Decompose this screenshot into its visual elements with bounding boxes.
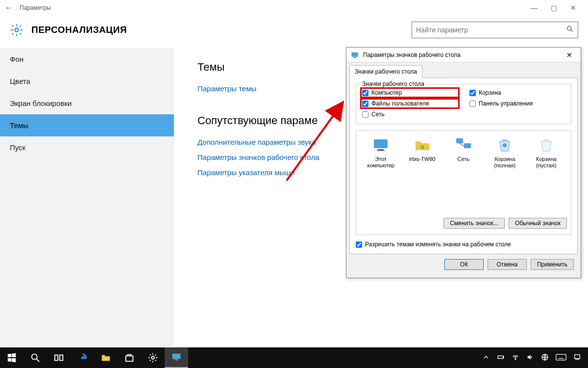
- svg-rect-21: [175, 360, 178, 361]
- folder-icon: [100, 352, 111, 363]
- taskbar: [0, 347, 588, 368]
- back-arrow-icon[interactable]: ←: [5, 3, 20, 12]
- search-icon: [30, 352, 41, 363]
- checkbox-computer[interactable]: Компьютер: [361, 88, 459, 97]
- tray-notifications-icon[interactable]: [573, 353, 581, 363]
- svg-rect-7: [378, 149, 384, 150]
- svg-rect-18: [126, 356, 133, 361]
- allow-themes-input[interactable]: [356, 241, 362, 248]
- svg-point-0: [15, 28, 18, 31]
- checkbox-user-files[interactable]: Файлы пользователя: [361, 99, 459, 108]
- dialog-titlebar: Параметры значков рабочего стола ✕: [346, 48, 581, 62]
- search-icon: [566, 25, 574, 35]
- close-button[interactable]: ✕: [564, 4, 583, 12]
- default-icon-button[interactable]: Обычный значок: [509, 218, 567, 229]
- tray-language-icon[interactable]: [541, 353, 549, 363]
- svg-line-2: [571, 30, 572, 31]
- taskview-icon: [53, 352, 64, 363]
- tray-wifi-icon[interactable]: [512, 353, 519, 363]
- checkbox-control-panel[interactable]: Панель управления: [468, 99, 566, 108]
- tray-chevron-up-icon[interactable]: [482, 353, 490, 363]
- ok-button[interactable]: ОК: [444, 259, 484, 270]
- recycle-full-icon: [496, 136, 514, 154]
- group-legend: Значки рабочего стола: [360, 80, 426, 87]
- store-button[interactable]: [118, 347, 141, 368]
- window-titlebar: ← Параметры — ▢ ✕: [0, 0, 588, 16]
- taskview-button[interactable]: [47, 347, 71, 368]
- desktop-icon-settings-dialog: Параметры значков рабочего стола ✕ Значк…: [346, 47, 581, 278]
- icon-user-folder[interactable]: Irbis-TW80: [403, 136, 442, 169]
- search-input[interactable]: [416, 26, 566, 34]
- header-row: ПЕРСОНАЛИЗАЦИЯ: [0, 16, 588, 48]
- checkbox-recycle-bin[interactable]: Корзина: [468, 88, 566, 97]
- edge-icon: [77, 352, 88, 363]
- tray-keyboard-icon[interactable]: [556, 353, 566, 363]
- icon-network[interactable]: Сеть: [444, 136, 483, 169]
- dialog-close-button[interactable]: ✕: [561, 51, 578, 59]
- checkbox-computer-input[interactable]: [362, 90, 368, 96]
- tab-desktop-icons[interactable]: Значки рабочего стола: [349, 65, 422, 78]
- svg-line-15: [37, 359, 40, 362]
- checkbox-network[interactable]: Сеть: [361, 110, 459, 119]
- checkbox-control-panel-input[interactable]: [469, 101, 476, 107]
- desktop-icons-group: Значки рабочего стола Компьютер Корзина …: [356, 84, 571, 124]
- search-box[interactable]: [412, 22, 578, 38]
- gear-icon: [10, 23, 24, 37]
- svg-rect-17: [60, 355, 63, 361]
- svg-point-14: [32, 354, 37, 360]
- sidebar-item-colors[interactable]: Цвета: [0, 70, 174, 92]
- icon-recycle-empty[interactable]: Корзина (пустая): [527, 136, 566, 169]
- computer-icon: [372, 136, 390, 154]
- sidebar-item-lockscreen[interactable]: Экран блокировки: [0, 92, 174, 114]
- icon-recycle-full[interactable]: Корзина (полная): [485, 136, 524, 169]
- svg-rect-26: [556, 354, 566, 360]
- checkbox-user-files-input[interactable]: [362, 101, 368, 107]
- svg-rect-33: [575, 354, 580, 358]
- apply-button[interactable]: Применить: [531, 259, 574, 270]
- svg-point-24: [515, 359, 515, 360]
- checkbox-recycle-bin-input[interactable]: [469, 90, 476, 96]
- svg-point-19: [151, 356, 154, 359]
- minimize-button[interactable]: —: [524, 4, 544, 12]
- svg-rect-11: [464, 143, 471, 148]
- user-folder-icon: [414, 136, 431, 154]
- search-button[interactable]: [24, 347, 47, 368]
- svg-point-1: [567, 26, 571, 30]
- page-title: ПЕРСОНАЛИЗАЦИЯ: [31, 25, 127, 35]
- recycle-empty-icon: [538, 136, 555, 154]
- svg-rect-5: [353, 57, 356, 58]
- svg-rect-20: [172, 354, 181, 359]
- cancel-button[interactable]: Отмена: [488, 259, 527, 270]
- network-icon: [455, 136, 472, 154]
- checkbox-network-input[interactable]: [362, 111, 368, 118]
- tray-volume-icon[interactable]: [526, 353, 534, 363]
- sidebar: Фон Цвета Экран блокировки Темы Пуск: [0, 48, 174, 346]
- svg-rect-8: [377, 150, 385, 151]
- maximize-button[interactable]: ▢: [544, 4, 564, 12]
- edge-button[interactable]: [71, 347, 94, 368]
- monitor-icon: [171, 352, 182, 363]
- dialog-title: Параметры значков рабочего стола: [363, 52, 561, 58]
- desktop-icon-app-button[interactable]: [165, 347, 188, 368]
- tray-battery-icon[interactable]: [497, 353, 505, 363]
- windows-icon: [6, 352, 17, 363]
- sidebar-item-background[interactable]: Фон: [0, 48, 174, 70]
- change-icon-button[interactable]: Сменить значок...: [443, 218, 505, 229]
- start-button[interactable]: [0, 347, 24, 368]
- file-explorer-button[interactable]: [94, 347, 118, 368]
- settings-taskbar-button[interactable]: [141, 347, 165, 368]
- allow-themes-checkbox[interactable]: Разрешить темам изменять значки на рабоч…: [356, 241, 571, 248]
- svg-rect-23: [503, 356, 504, 358]
- sidebar-item-themes[interactable]: Темы: [0, 114, 174, 136]
- svg-point-13: [503, 143, 507, 147]
- sidebar-item-start[interactable]: Пуск: [0, 136, 174, 158]
- dialog-icon: [350, 51, 359, 59]
- icon-this-pc[interactable]: Этот компьютер: [361, 136, 400, 169]
- gear-icon: [147, 352, 158, 363]
- svg-rect-16: [55, 355, 58, 361]
- svg-rect-6: [374, 139, 388, 148]
- svg-point-9: [420, 145, 424, 149]
- window-title: Параметры: [20, 4, 51, 11]
- svg-rect-4: [351, 52, 358, 56]
- svg-rect-22: [498, 356, 503, 358]
